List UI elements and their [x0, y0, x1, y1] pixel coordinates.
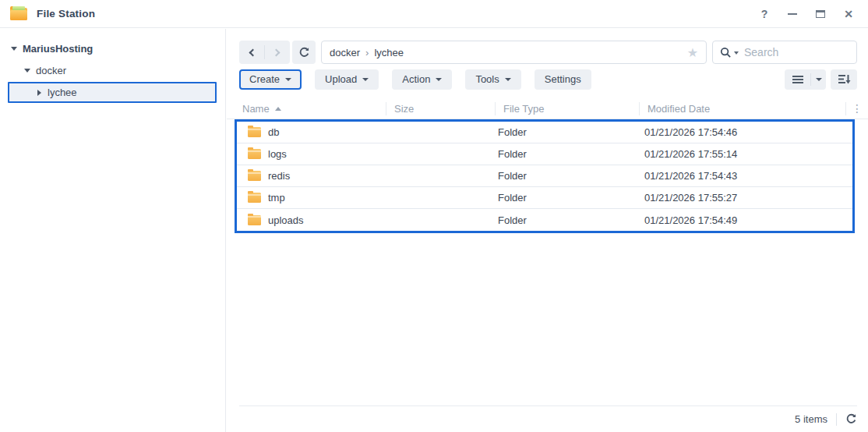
- folder-icon: [248, 193, 261, 203]
- caret-down-icon[interactable]: [11, 47, 17, 51]
- button-label: Upload: [325, 73, 357, 85]
- file-name: tmp: [268, 192, 285, 204]
- chevron-right-icon: [273, 48, 281, 56]
- button-label: Settings: [545, 73, 581, 85]
- column-label: Size: [394, 103, 414, 115]
- minimize-icon[interactable]: [787, 9, 798, 19]
- file-table-header: Name Size File Type Modified Date ⋮: [227, 98, 868, 119]
- file-name: uploads: [268, 214, 304, 226]
- folder-icon: [248, 149, 261, 159]
- caret-right-icon[interactable]: [37, 90, 41, 96]
- file-name: logs: [268, 148, 287, 160]
- caret-down-icon: [436, 78, 442, 81]
- sidebar-item-mariushosting[interactable]: MariusHosting: [0, 37, 225, 59]
- file-modified-date: 01/21/2026 17:54:49: [644, 214, 852, 226]
- caret-down-icon[interactable]: [24, 69, 30, 73]
- sidebar-item-docker[interactable]: docker: [0, 59, 225, 81]
- action-button[interactable]: Action: [392, 69, 452, 90]
- breadcrumb[interactable]: docker › lychee ★: [321, 41, 707, 64]
- back-button[interactable]: [239, 41, 264, 64]
- file-station-app-icon: [10, 6, 29, 22]
- table-row-uploads[interactable]: uploads Folder 01/21/2026 17:54:49: [237, 209, 852, 231]
- column-label: Name: [242, 103, 270, 115]
- favorite-star-icon[interactable]: ★: [687, 45, 698, 60]
- column-label: Modified Date: [647, 103, 710, 115]
- selected-files-group: db Folder 01/21/2026 17:54:46 logs Folde…: [235, 119, 855, 233]
- create-button[interactable]: Create: [239, 69, 302, 90]
- breadcrumb-segment-docker[interactable]: docker: [330, 47, 360, 58]
- column-header-file-type[interactable]: File Type: [496, 102, 640, 115]
- file-type: Folder: [498, 170, 644, 182]
- table-row-redis[interactable]: redis Folder 01/21/2026 17:54:43: [237, 165, 852, 187]
- caret-down-icon: [285, 78, 291, 81]
- close-icon[interactable]: ✕: [843, 9, 854, 19]
- file-modified-date: 01/21/2026 17:54:43: [644, 170, 852, 182]
- history-buttons: [239, 41, 290, 64]
- file-type: Folder: [498, 126, 644, 138]
- upload-button[interactable]: Upload: [315, 69, 379, 90]
- button-label: Create: [249, 73, 280, 85]
- file-name: redis: [268, 170, 290, 182]
- column-header-size[interactable]: Size: [386, 102, 496, 115]
- status-bar: 5 items: [239, 405, 857, 432]
- title-bar: File Station ? ✕: [0, 0, 868, 28]
- folder-icon: [248, 215, 261, 225]
- refresh-button[interactable]: [292, 41, 316, 64]
- search-input[interactable]: [744, 46, 849, 58]
- search-box[interactable]: [712, 41, 857, 64]
- column-options-icon[interactable]: ⋮: [846, 102, 868, 115]
- caret-down-icon: [505, 78, 511, 81]
- folder-icon: [248, 127, 261, 137]
- list-view-icon: [792, 79, 803, 80]
- table-row-tmp[interactable]: tmp Folder 01/21/2026 17:55:27: [237, 187, 852, 209]
- file-modified-date: 01/21/2026 17:55:27: [644, 192, 852, 204]
- sort-button[interactable]: [831, 69, 857, 90]
- sort-icon: [838, 73, 851, 85]
- folder-icon: [248, 171, 261, 181]
- status-refresh-button[interactable]: [845, 413, 857, 425]
- file-modified-date: 01/21/2026 17:55:14: [644, 148, 852, 160]
- folder-tree-sidebar: MariusHosting docker lychee: [0, 29, 226, 432]
- sidebar-item-lychee[interactable]: lychee: [8, 82, 217, 103]
- main-panel: docker › lychee ★ Create Upload Action: [227, 29, 868, 432]
- search-options-caret-icon[interactable]: [734, 51, 739, 55]
- help-icon[interactable]: ?: [759, 9, 770, 19]
- settings-button[interactable]: Settings: [535, 69, 591, 90]
- view-mode-caret[interactable]: [811, 69, 826, 90]
- refresh-icon: [298, 47, 310, 58]
- file-type: Folder: [498, 192, 644, 204]
- file-type: Folder: [498, 214, 644, 226]
- navigation-bar: docker › lychee ★: [239, 41, 857, 64]
- search-icon: [720, 47, 732, 58]
- maximize-icon[interactable]: [815, 9, 826, 19]
- toolbar: Create Upload Action Tools Settings: [239, 69, 857, 90]
- app-title: File Station: [37, 8, 95, 19]
- caret-down-icon: [816, 78, 822, 81]
- view-mode-button: [785, 69, 826, 90]
- file-modified-date: 01/21/2026 17:54:46: [644, 126, 852, 138]
- chevron-left-icon: [249, 48, 257, 56]
- column-header-name[interactable]: Name: [227, 102, 386, 115]
- table-row-db[interactable]: db Folder 01/21/2026 17:54:46: [237, 122, 852, 143]
- breadcrumb-separator: ›: [365, 47, 369, 58]
- file-name: db: [268, 126, 279, 138]
- tree-item-label: lychee: [48, 87, 77, 98]
- column-header-modified-date[interactable]: Modified Date: [640, 102, 846, 115]
- tree-item-label: MariusHosting: [23, 43, 93, 55]
- button-label: Action: [402, 73, 430, 85]
- tools-button[interactable]: Tools: [465, 69, 520, 90]
- refresh-icon: [845, 413, 857, 425]
- tree-item-label: docker: [36, 65, 66, 76]
- button-label: Tools: [475, 73, 499, 85]
- caret-down-icon: [362, 78, 369, 81]
- breadcrumb-segment-lychee[interactable]: lychee: [374, 47, 404, 58]
- column-label: File Type: [503, 103, 545, 115]
- sort-ascending-icon: [275, 107, 281, 111]
- list-view-button[interactable]: [785, 69, 810, 90]
- forward-button[interactable]: [265, 41, 290, 64]
- items-count: 5 items: [795, 413, 827, 425]
- file-type: Folder: [498, 148, 644, 160]
- table-row-logs[interactable]: logs Folder 01/21/2026 17:55:14: [237, 143, 852, 165]
- window-controls: ? ✕: [759, 9, 854, 19]
